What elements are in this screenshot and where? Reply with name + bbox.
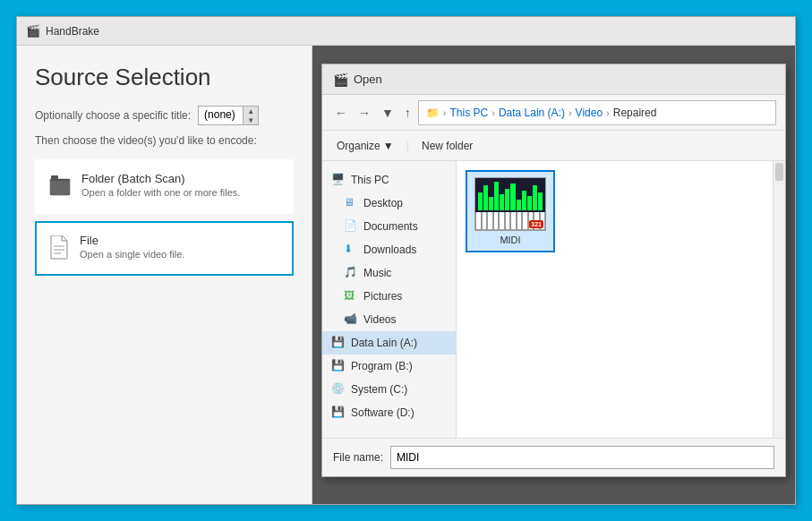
file-option[interactable]: File Open a single video file. <box>35 221 294 276</box>
file-option-title: File <box>80 234 184 247</box>
midi-bar-4 <box>494 182 499 210</box>
breadcrumb-this-pc[interactable]: This PC <box>450 107 489 119</box>
sidebar-label-music: Music <box>363 267 391 279</box>
sidebar-label-drive-c: System (C:) <box>351 383 407 396</box>
breadcrumb-repaired: Repaired <box>613 107 657 119</box>
sidebar-item-music[interactable]: 🎵 Music <box>322 261 456 285</box>
organize-chevron: ▼ <box>383 140 394 152</box>
drive-d-icon: 💾 <box>331 406 346 420</box>
up-button[interactable]: ↑ <box>401 104 415 122</box>
dialog-scrollbar[interactable] <box>773 161 785 438</box>
music-icon: 🎵 <box>344 266 358 280</box>
main-window: 🎬 HandBrake Source Selection Optionally … <box>16 16 796 505</box>
midi-thumbnail: 321 <box>474 177 546 231</box>
sidebar-item-videos[interactable]: 📹 Videos <box>322 308 456 331</box>
midi-bar-10 <box>527 196 532 210</box>
documents-icon: 📄 <box>344 219 358 234</box>
svg-marker-3 <box>51 235 67 259</box>
sidebar-item-downloads[interactable]: ⬇ Downloads <box>322 238 456 261</box>
folder-option[interactable]: Folder (Batch Scan) Open a folder with o… <box>35 159 294 214</box>
midi-bars <box>475 178 545 210</box>
pc-icon: 🖥️ <box>331 173 346 187</box>
folder-option-text: Folder (Batch Scan) Open a folder with o… <box>81 172 240 198</box>
spinner-up[interactable]: ▲ <box>244 107 258 115</box>
dialog-titlebar: 🎬 Open <box>322 64 785 95</box>
sidebar-item-documents[interactable]: 📄 Documents <box>322 215 456 238</box>
midi-bar-7 <box>510 184 515 210</box>
dialog-body: 🖥️ This PC 🖥 Desktop 📄 Documents <box>322 161 785 438</box>
breadcrumb-bar: 📁 › This PC › Data Lain (A:) › Video › R… <box>418 100 776 125</box>
midi-bar-11 <box>533 185 537 210</box>
breadcrumb-drive-a[interactable]: Data Lain (A:) <box>499 107 565 119</box>
desktop-icon: 🖥 <box>344 196 358 210</box>
right-panel: 🎬 Open ← → ▼ ↑ 📁 › This PC › Data Lain (… <box>312 46 795 504</box>
sidebar-item-this-pc[interactable]: 🖥️ This PC <box>322 168 456 192</box>
sidebar-label-documents: Documents <box>363 220 418 233</box>
svg-rect-1 <box>50 181 70 195</box>
sidebar-label-pictures: Pictures <box>363 290 402 303</box>
forward-button[interactable]: → <box>355 104 374 122</box>
pictures-icon: 🖼 <box>344 289 358 303</box>
app-title: HandBrake <box>46 25 99 38</box>
title-bar: 🎬 HandBrake <box>17 17 795 46</box>
app-icon: 🎬 <box>26 24 40 38</box>
sidebar-item-drive-c[interactable]: 💿 System (C:) <box>322 378 456 401</box>
dropdown-button[interactable]: ▼ <box>378 104 397 122</box>
drive-c-icon: 💿 <box>331 382 346 397</box>
organize-label: Organize <box>337 140 380 152</box>
sidebar-item-drive-d[interactable]: 💾 Software (D:) <box>322 401 456 424</box>
breadcrumb-video[interactable]: Video <box>576 107 603 119</box>
spinner-buttons[interactable]: ▲ ▼ <box>244 107 258 124</box>
videos-icon: 📹 <box>344 312 358 327</box>
filename-label: File name: <box>333 451 383 464</box>
filename-input[interactable] <box>390 446 774 469</box>
midi-bar-9 <box>522 191 526 210</box>
downloads-icon: ⬇ <box>344 243 358 257</box>
organize-button[interactable]: Organize ▼ <box>331 137 399 155</box>
sidebar-label-drive-a: Data Lain (A:) <box>351 337 417 349</box>
midi-badge: 321 <box>529 220 543 228</box>
sidebar-item-drive-b[interactable]: 💾 Program (B:) <box>322 354 456 378</box>
sidebar-label-desktop: Desktop <box>363 197 403 209</box>
folder-option-desc: Open a folder with one or more files. <box>81 187 240 198</box>
file-item-midi[interactable]: 321 MIDI <box>466 170 555 252</box>
file-option-text: File Open a single video file. <box>80 234 184 260</box>
dialog-bottom: File name: <box>322 438 785 476</box>
sidebar-label-downloads: Downloads <box>363 243 416 256</box>
content-area: Source Selection Optionally choose a spe… <box>17 46 795 504</box>
drive-a-icon: 💾 <box>331 336 346 350</box>
folder-option-title: Folder (Batch Scan) <box>81 172 240 185</box>
file-option-desc: Open a single video file. <box>80 249 184 260</box>
breadcrumb-folder-icon: 📁 <box>426 107 440 119</box>
open-dialog: 🎬 Open ← → ▼ ↑ 📁 › This PC › Data Lain (… <box>321 64 786 477</box>
svg-rect-2 <box>51 175 58 181</box>
dialog-sidebar: 🖥️ This PC 🖥 Desktop 📄 Documents <box>322 161 457 438</box>
new-folder-button[interactable]: New folder <box>416 137 478 155</box>
scrollbar-thumb[interactable] <box>775 163 783 181</box>
file-icon <box>49 235 69 263</box>
sidebar-label-this-pc: This PC <box>351 174 389 186</box>
midi-screen: 321 <box>475 178 545 230</box>
choose-title-label: Optionally choose a specific title: <box>35 109 191 122</box>
drive-b-icon: 💾 <box>331 359 346 373</box>
midi-bar-5 <box>500 194 504 210</box>
spinner-down[interactable]: ▼ <box>244 115 258 124</box>
dialog-navbar: ← → ▼ ↑ 📁 › This PC › Data Lain (A:) › V… <box>322 95 785 131</box>
encode-label: Then choose the video(s) you'd like to e… <box>35 134 294 147</box>
title-spinner[interactable]: (none) ▲ ▼ <box>198 106 259 125</box>
choose-title-row: Optionally choose a specific title: (non… <box>35 106 294 125</box>
sidebar-item-drive-a[interactable]: 💾 Data Lain (A:) <box>322 331 456 354</box>
page-title: Source Selection <box>35 64 294 91</box>
midi-bar-6 <box>505 189 509 210</box>
sidebar-item-pictures[interactable]: 🖼 Pictures <box>322 285 456 308</box>
dialog-title: Open <box>354 73 382 86</box>
midi-file-label: MIDI <box>500 235 520 245</box>
sidebar-item-desktop[interactable]: 🖥 Desktop <box>322 192 456 215</box>
sidebar-label-drive-d: Software (D:) <box>351 406 415 419</box>
midi-bar-8 <box>517 200 521 210</box>
back-button[interactable]: ← <box>331 104 351 122</box>
midi-bar-1 <box>478 192 483 210</box>
left-panel: Source Selection Optionally choose a spe… <box>17 46 312 504</box>
folder-icon <box>49 174 71 201</box>
dialog-icon: 🎬 <box>333 73 348 87</box>
